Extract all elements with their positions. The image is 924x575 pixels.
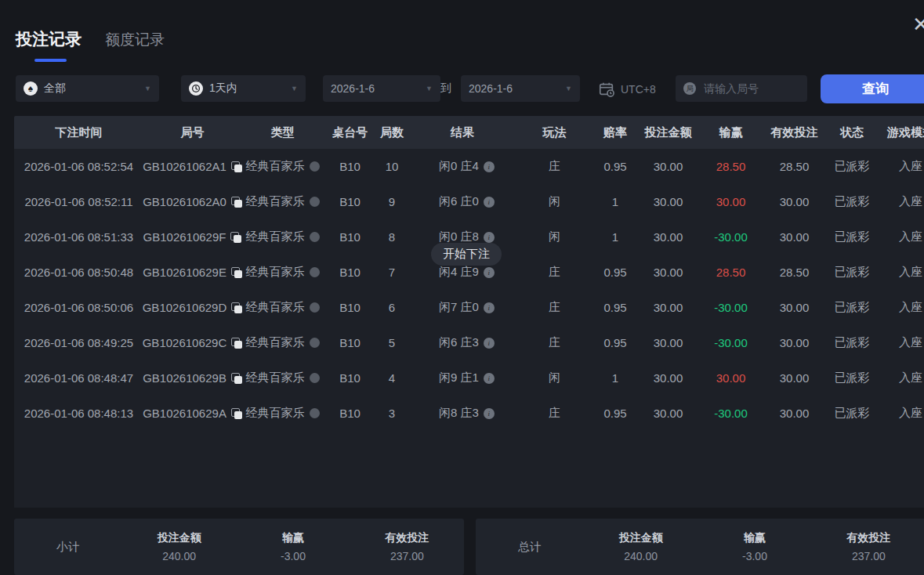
cell-status: 已派彩 [824,265,879,280]
cell-game-type: 经典百家乐 [241,300,324,315]
cell-bet-time: 2026-01-06 08:49:25 [14,336,143,349]
game-no-text: GB102610629D [143,301,227,314]
cell-game-no: GB102610629C [143,336,241,349]
cell-game-type: 经典百家乐 [241,265,324,280]
table-body: 2026-01-06 08:52:54 GB10261062A1 经典百家乐 B… [14,149,924,508]
info-icon[interactable]: i [484,232,495,243]
cell-round-no: 9 [376,195,408,208]
copy-icon[interactable] [231,338,242,349]
game-type-value: 全部 [44,81,66,96]
table-row: 2026-01-06 08:48:13 GB102610629A 经典百家乐 B… [14,396,924,431]
win-loss-value: -3.00 [698,550,811,562]
valid-bet-label: 有效投注 [350,531,464,545]
game-no-text: GB102610629F [143,230,226,244]
replay-dot-icon[interactable] [310,197,320,207]
cell-bet-time: 2026-01-06 08:48:47 [14,371,143,385]
game-no-search-box: 局 [676,75,807,102]
replay-dot-icon[interactable] [310,338,320,348]
replay-dot-icon[interactable] [310,267,320,277]
header-game-type: 类型 [241,125,324,140]
cell-valid-bet: 30.00 [764,195,824,208]
cell-game-no: GB102610629E [143,266,241,279]
cell-result: 闲0 庄4i [408,159,517,174]
game-type-text: 经典百家乐 [246,335,305,350]
cell-table-no: B10 [324,371,376,385]
time-range-dropdown[interactable]: 1天内 ▼ [181,75,306,102]
total-panel: 总计 投注金额 240.00 输赢 -3.00 有效投注 237.00 [476,519,924,575]
copy-icon[interactable] [231,267,242,278]
header-valid-bet: 有效投注 [764,125,824,140]
cell-game-no: GB10261062A0 [143,195,241,208]
info-icon[interactable]: i [484,373,495,384]
cell-win-loss: -30.00 [698,230,764,244]
game-no-text: GB102610629A [143,407,226,420]
copy-icon[interactable] [231,373,242,384]
cell-status: 已派彩 [824,406,879,421]
subtotal-win-loss: 输赢 -3.00 [236,531,350,562]
info-icon[interactable]: i [484,408,495,419]
date-to-value: 2026-1-6 [469,82,513,95]
cell-odds: 0.95 [592,266,639,279]
cell-bet-amount: 30.00 [639,301,698,314]
cell-bet-time: 2026-01-06 08:48:13 [14,407,143,420]
copy-icon[interactable] [230,232,241,243]
timezone-indicator[interactable]: UTC+8 [598,81,656,98]
header-status: 状态 [824,125,879,140]
cell-game-type: 经典百家乐 [241,406,324,421]
info-icon[interactable]: i [484,197,495,208]
cell-win-loss: 28.50 [698,160,764,173]
cell-game-no: GB102610629F [143,230,241,244]
cell-valid-bet: 28.50 [764,266,824,279]
result-text: 闲8 庄3 [439,406,479,421]
replay-dot-icon[interactable] [310,161,320,172]
replay-dot-icon[interactable] [310,302,320,313]
date-to-dropdown[interactable]: 2026-1-6 ▼ [461,75,580,102]
result-text: 闲6 庄0 [439,194,479,209]
info-icon[interactable]: i [484,338,495,349]
cell-game-mode: 入座 [879,265,924,280]
cell-round-no: 7 [376,266,408,279]
cell-result: 闲6 庄0i [408,194,517,209]
search-button[interactable]: 查询 [821,74,924,103]
game-no-input[interactable] [702,81,799,96]
table-row: 2026-01-06 08:49:25 GB102610629C 经典百家乐 B… [14,325,924,360]
copy-icon[interactable] [231,161,242,172]
header-win-loss: 输赢 [698,125,764,140]
info-icon[interactable]: i [484,302,495,313]
cell-odds: 1 [592,371,639,385]
copy-icon[interactable] [231,408,242,419]
game-type-dropdown[interactable]: ♠ 全部 ▼ [16,75,159,102]
info-icon[interactable]: i [484,161,495,172]
cell-table-no: B10 [324,266,376,279]
cell-game-mode: 入座 [879,300,924,315]
close-icon[interactable]: ✕ [912,14,924,34]
date-range-to-label: 到 [440,81,451,96]
cell-play-type: 闲 [517,371,592,385]
cell-game-no: GB102610629B [143,371,241,385]
replay-dot-icon[interactable] [310,408,320,418]
bet-amount-label: 投注金额 [584,531,698,545]
replay-dot-icon[interactable] [310,373,320,383]
cell-game-type: 经典百家乐 [241,230,324,244]
cell-game-mode: 入座 [879,159,924,174]
copy-icon[interactable] [231,302,242,313]
cell-valid-bet: 30.00 [764,301,824,314]
tab-quota-records[interactable]: 额度记录 [105,30,165,50]
table-row: 2026-01-06 08:52:54 GB10261062A1 经典百家乐 B… [14,149,924,184]
cell-valid-bet: 30.00 [764,230,824,244]
date-from-dropdown[interactable]: 2026-1-6 ▼ [323,75,440,102]
chevron-down-icon: ▼ [565,85,572,92]
clock-icon [189,81,203,96]
cell-odds: 0.95 [592,301,639,314]
tab-bet-records[interactable]: 投注记录 [16,28,82,50]
cell-bet-amount: 30.00 [639,195,698,208]
cell-valid-bet: 28.50 [764,160,824,173]
cell-status: 已派彩 [824,194,879,209]
info-icon[interactable]: i [484,267,495,278]
bet-amount-value: 240.00 [122,550,236,562]
cell-bet-amount: 30.00 [639,407,698,420]
copy-icon[interactable] [231,197,242,208]
replay-dot-icon[interactable] [310,232,320,242]
cell-game-mode: 入座 [879,194,924,209]
valid-bet-label: 有效投注 [812,531,924,545]
